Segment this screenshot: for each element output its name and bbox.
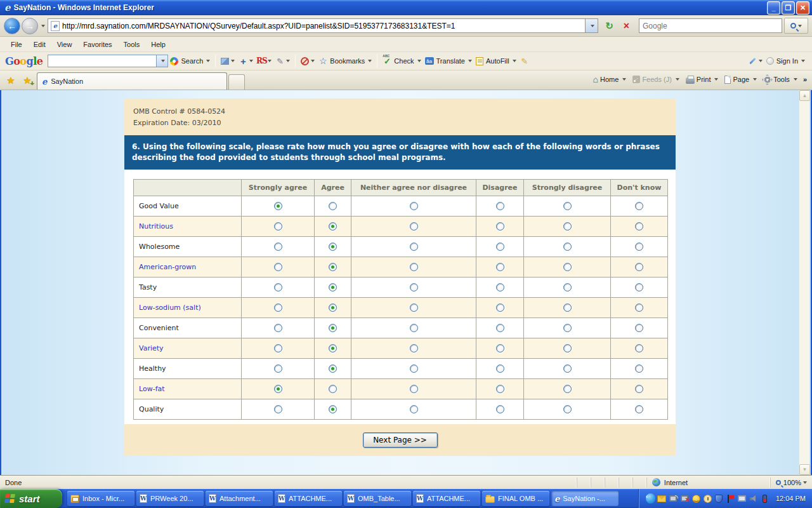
radio-button[interactable] — [635, 385, 643, 393]
radio-button[interactable] — [329, 243, 337, 251]
stop-button[interactable]: × — [619, 18, 634, 34]
google-add-button[interactable]: + — [239, 57, 253, 65]
network-activity-icon[interactable] — [669, 494, 678, 504]
taskbar-button[interactable]: WATTACHME... — [413, 491, 480, 506]
radio-button[interactable] — [329, 304, 337, 312]
favorites-center-button[interactable]: ★ — [3, 72, 18, 88]
page-button[interactable]: Page — [721, 74, 760, 86]
radio-button[interactable] — [329, 364, 337, 373]
taskbar-button[interactable]: WATTACHME... — [275, 491, 342, 506]
search-input[interactable] — [639, 22, 782, 30]
radio-button[interactable] — [563, 243, 572, 251]
menu-edit[interactable]: Edit — [28, 39, 51, 50]
radio-button[interactable] — [329, 324, 337, 332]
back-button[interactable]: ← — [4, 18, 20, 34]
sign-in-button[interactable]: Sign In — [766, 57, 805, 65]
google-search-dropdown-button[interactable] — [156, 55, 167, 67]
battery-icon[interactable] — [760, 494, 769, 504]
search-go-button[interactable] — [784, 18, 808, 34]
menu-help[interactable]: Help — [145, 39, 171, 50]
radio-button[interactable] — [635, 324, 643, 332]
radio-button[interactable] — [496, 364, 504, 373]
radio-button[interactable] — [635, 304, 643, 312]
radio-button[interactable] — [635, 364, 643, 373]
radio-button[interactable] — [635, 202, 643, 210]
flag-icon[interactable] — [726, 494, 735, 504]
refresh-button[interactable]: ↻ — [601, 18, 617, 34]
radio-button[interactable] — [635, 344, 643, 352]
radio-button[interactable] — [563, 304, 572, 312]
radio-button[interactable] — [635, 263, 643, 271]
radio-button[interactable] — [274, 263, 282, 271]
messenger-icon[interactable]: ‿ — [691, 494, 701, 504]
taskbar-button[interactable]: WAttachment... — [206, 491, 273, 506]
taskbar-button[interactable]: WPRWeek 20... — [136, 491, 204, 506]
radio-button[interactable] — [496, 243, 504, 251]
radio-button[interactable] — [496, 202, 504, 210]
menu-tools[interactable]: Tools — [118, 39, 146, 50]
scroll-down-button[interactable]: ▼ — [799, 464, 810, 475]
translate-button[interactable]: åa Translate — [425, 57, 472, 65]
security-shield-icon[interactable] — [714, 494, 724, 504]
radio-button[interactable] — [496, 304, 504, 312]
radio-button[interactable] — [329, 283, 337, 291]
bookmarks-button[interactable]: ☆ Bookmarks — [318, 57, 372, 65]
radio-button[interactable] — [274, 405, 282, 413]
print-button[interactable]: Print — [683, 74, 722, 86]
radio-button[interactable] — [274, 283, 282, 291]
menu-view[interactable]: View — [51, 39, 78, 50]
popup-blocker-button[interactable] — [301, 57, 315, 65]
radio-button[interactable] — [496, 263, 504, 271]
volume-icon[interactable] — [749, 494, 758, 504]
taskbar-button[interactable]: eSayNation -... — [551, 491, 619, 506]
radio-button[interactable] — [635, 243, 643, 251]
radio-button[interactable] — [410, 222, 418, 231]
vertical-scrollbar[interactable]: ▲ ▼ — [799, 90, 809, 475]
radio-button[interactable] — [496, 344, 504, 352]
menu-file[interactable]: File — [5, 39, 28, 50]
radio-button[interactable] — [410, 385, 418, 393]
radio-button[interactable] — [635, 222, 643, 231]
radio-button[interactable] — [274, 222, 282, 231]
radio-button[interactable] — [563, 202, 572, 210]
radio-button[interactable] — [410, 344, 418, 352]
radio-button[interactable] — [496, 283, 504, 291]
radio-button[interactable] — [329, 405, 337, 413]
radio-button[interactable] — [274, 304, 282, 312]
display-icon[interactable] — [737, 494, 747, 504]
radio-button[interactable] — [496, 405, 504, 413]
radio-button[interactable] — [274, 324, 282, 332]
zoom-control[interactable]: 100% — [770, 478, 812, 488]
radio-button[interactable] — [274, 202, 282, 210]
forward-button[interactable]: → — [22, 18, 38, 34]
new-tab-button[interactable] — [228, 74, 245, 90]
next-page-button[interactable]: Next Page >> — [363, 432, 438, 448]
radio-button[interactable] — [410, 243, 418, 251]
network-error-icon[interactable] — [680, 494, 690, 504]
spellcheck-button[interactable]: ✓ Check — [383, 57, 421, 65]
menu-favorites[interactable]: Favorites — [77, 39, 117, 50]
nav-history-dropdown-icon[interactable] — [41, 25, 45, 27]
radio-button[interactable] — [274, 385, 282, 393]
google-photos-button[interactable] — [221, 58, 235, 65]
taskbar-button[interactable]: Inbox - Micr... — [67, 491, 134, 506]
radio-button[interactable] — [410, 364, 418, 373]
radio-button[interactable] — [563, 364, 572, 373]
radio-button[interactable] — [563, 405, 572, 413]
radio-button[interactable] — [563, 283, 572, 291]
tab-saynation[interactable]: e SayNation — [37, 72, 227, 90]
command-overflow-button[interactable]: » — [803, 76, 807, 83]
google-reader-button[interactable]: RS — [257, 57, 272, 65]
home-button[interactable]: ⌂Home — [590, 72, 630, 86]
minimize-button[interactable]: _ — [767, 1, 780, 15]
google-sendto-button[interactable]: ✎ — [275, 57, 290, 65]
radio-button[interactable] — [410, 283, 418, 291]
close-button[interactable]: ✕ — [796, 1, 809, 15]
radio-button[interactable] — [410, 324, 418, 332]
add-favorite-button[interactable]: ★ — [20, 72, 35, 88]
radio-button[interactable] — [410, 202, 418, 210]
radio-button[interactable] — [563, 263, 572, 271]
restore-button[interactable]: ❐ — [782, 1, 795, 15]
radio-button[interactable] — [496, 324, 504, 332]
url-dropdown-button[interactable] — [585, 19, 598, 32]
